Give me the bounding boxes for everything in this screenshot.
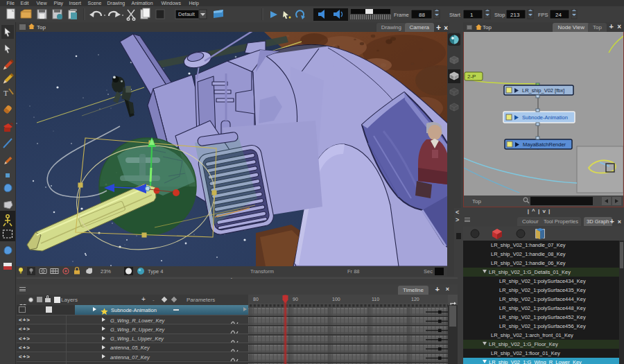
svg-text:Frame: Frame <box>394 12 409 18</box>
svg-text:Fr 88: Fr 88 <box>347 268 360 275</box>
svg-text:FPS: FPS <box>538 12 548 18</box>
svg-text:120: 120 <box>411 297 419 302</box>
svg-text:LR_ship_V02 [fbx]: LR_ship_V02 [fbx] <box>522 87 564 94</box>
svg-text:2-P: 2-P <box>467 73 476 80</box>
svg-text:Sec: Sec <box>424 268 433 275</box>
svg-text:Transform: Transform <box>250 268 274 275</box>
svg-text:Subnode-Animation: Subnode-Animation <box>522 114 568 121</box>
svg-text:90: 90 <box>293 297 298 302</box>
svg-text:1: 1 <box>470 12 474 18</box>
svg-text:110: 110 <box>372 297 379 302</box>
svg-text:MayaBatchRender: MayaBatchRender <box>523 141 566 148</box>
svg-text:Type 4: Type 4 <box>148 268 164 275</box>
svg-text:24: 24 <box>555 12 562 18</box>
svg-text:Stop: Stop <box>494 12 505 18</box>
svg-text:213: 213 <box>510 12 520 18</box>
svg-text:Default: Default <box>178 11 196 17</box>
svg-text:T: T <box>3 89 8 97</box>
svg-text:23%: 23% <box>101 268 111 275</box>
svg-text:80: 80 <box>253 297 259 302</box>
svg-text:100: 100 <box>332 297 340 302</box>
svg-text:Start: Start <box>449 12 461 18</box>
svg-text:88: 88 <box>419 12 425 18</box>
